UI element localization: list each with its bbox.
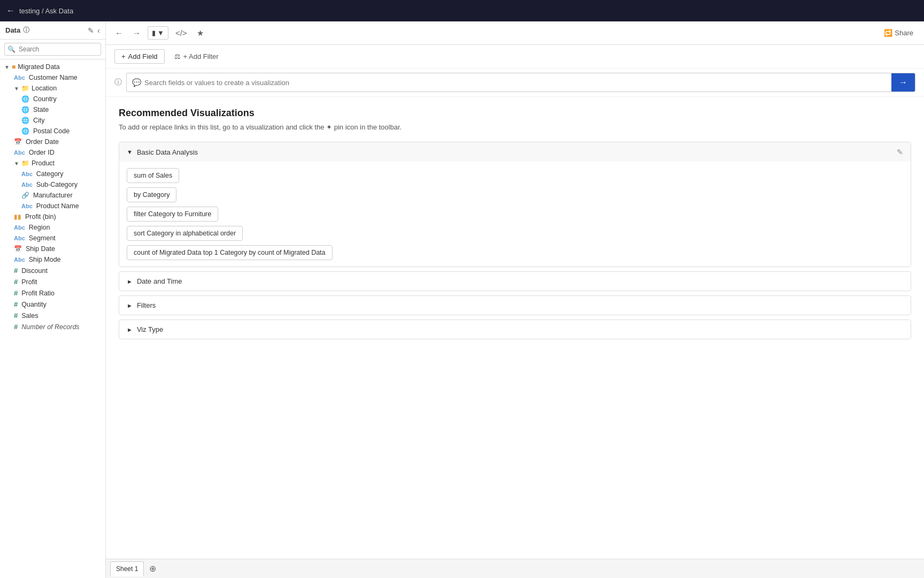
sidebar-item-label: Profit (bin)	[25, 213, 56, 220]
viz-section-filters[interactable]: ► Filters	[119, 295, 911, 315]
hash-icon: #	[14, 289, 18, 297]
calendar-icon: 📅	[14, 138, 22, 146]
sidebar-item-city[interactable]: 🌐 City	[0, 115, 105, 126]
abc-icon: Abc	[14, 224, 25, 231]
hash-icon: #	[14, 300, 18, 308]
add-filter-label: + Add Filter	[183, 52, 219, 60]
sidebar-item-label: State	[33, 106, 49, 113]
search-input[interactable]	[4, 43, 101, 56]
sidebar-item-ship-date[interactable]: 📅 Ship Date	[0, 244, 105, 254]
filter-icon: ⚖	[174, 52, 181, 60]
sidebar-item-label: Order ID	[29, 149, 55, 156]
section-label: Viz Type	[137, 325, 163, 333]
sidebar-item-product-name[interactable]: Abc Product Name	[0, 201, 105, 211]
abc-icon: Abc	[14, 235, 25, 241]
sidebar-item-number-of-records[interactable]: # Number of Records	[0, 321, 105, 332]
chip-count-top1[interactable]: count of Migrated Data top 1 Category by…	[127, 245, 333, 260]
add-field-button[interactable]: + Add Field	[114, 49, 165, 64]
sidebar-item-order-id[interactable]: Abc Order ID	[0, 147, 105, 158]
toolbar-left: ← → ▮ ▼ </> ★	[112, 26, 206, 40]
sidebar-item-state[interactable]: 🌐 State	[0, 104, 105, 115]
sidebar-item-quantity[interactable]: # Quantity	[0, 299, 105, 310]
share-button[interactable]: 🔁 Share	[880, 27, 918, 39]
chip-filter-category[interactable]: filter Category to Furniture	[127, 207, 218, 222]
sidebar-item-label: Segment	[29, 234, 56, 242]
sidebar-item-sub-category[interactable]: Abc Sub-Category	[0, 179, 105, 190]
sidebar-item-label: Product	[32, 159, 55, 167]
action-row: + Add Field ⚖ + Add Filter	[106, 45, 924, 69]
info-icon[interactable]: ⓘ	[23, 26, 29, 35]
globe-icon: 🌐	[21, 106, 29, 113]
code-button[interactable]: </>	[173, 27, 190, 39]
viz-toggle-button[interactable]: ▮ ▼	[148, 26, 168, 40]
sidebar-item-category[interactable]: Abc Category	[0, 169, 105, 179]
sidebar-item-postal-code[interactable]: 🌐 Postal Code	[0, 126, 105, 136]
sidebar-item-profit[interactable]: # Profit	[0, 276, 105, 287]
sidebar-item-profit-ratio[interactable]: # Profit Ratio	[0, 287, 105, 299]
sidebar-item-discount[interactable]: # Discount	[0, 265, 105, 276]
sidebar-item-sales[interactable]: # Sales	[0, 310, 105, 321]
collapse-icon[interactable]: ‹	[97, 26, 100, 35]
calendar-icon: 📅	[14, 245, 22, 253]
add-filter-button[interactable]: ⚖ + Add Filter	[169, 50, 224, 63]
plus-icon: +	[121, 52, 126, 60]
sidebar-item-migrated-data[interactable]: ▼ ■ Migrated Data	[0, 62, 105, 72]
sidebar-item-location[interactable]: ▼ 📁 Location	[0, 83, 105, 94]
viz-section-header-basic[interactable]: ▼ Basic Data Analysis ✎	[119, 142, 911, 162]
info-circle-icon[interactable]: ⓘ	[114, 78, 122, 87]
sidebar: Data ⓘ ✎ ‹ 🔍 ▼ ■ Migrated Data	[0, 21, 106, 578]
sidebar-item-label: Quantity	[21, 301, 47, 308]
chevron-down-icon: ▼	[14, 161, 19, 166]
chip-sort-category[interactable]: sort Category in alphabetical order	[127, 226, 243, 241]
sidebar-item-segment[interactable]: Abc Segment	[0, 233, 105, 244]
chevron-down-icon: ▼	[14, 86, 19, 92]
sidebar-item-label: Product Name	[36, 202, 79, 210]
sidebar-item-country[interactable]: 🌐 Country	[0, 94, 105, 104]
sidebar-header-icons: ✎ ‹	[88, 26, 100, 35]
sidebar-item-label: Sub-Category	[36, 181, 78, 188]
sidebar-item-manufacturer[interactable]: 🔗 Manufacturer	[0, 190, 105, 201]
section-label: Filters	[137, 301, 156, 309]
sidebar-item-label: Postal Code	[33, 127, 70, 135]
edit-icon[interactable]: ✎	[88, 26, 94, 35]
sidebar-item-label: City	[33, 117, 45, 124]
abc-icon: Abc	[21, 203, 33, 209]
chip-sum-of-sales[interactable]: sum of Sales	[127, 168, 179, 183]
pin-icon: ✦	[326, 123, 332, 131]
sidebar-header: Data ⓘ ✎ ‹	[0, 21, 105, 40]
sidebar-item-profit-bin[interactable]: ▮▮ Profit (bin)	[0, 211, 105, 222]
add-field-label: Add Field	[128, 52, 158, 60]
sidebar-item-customer-name[interactable]: Abc Customer Name	[0, 72, 105, 83]
star-button[interactable]: ★	[194, 27, 206, 40]
sidebar-item-label: Migrated Data	[18, 63, 60, 71]
sidebar-item-region[interactable]: Abc Region	[0, 222, 105, 233]
send-button[interactable]: →	[891, 73, 915, 92]
link-icon: 🔗	[21, 192, 29, 199]
sidebar-item-ship-mode[interactable]: Abc Ship Mode	[0, 254, 105, 265]
sidebar-search-container: 🔍	[0, 40, 105, 59]
chevron-down-icon: ▼	[157, 29, 164, 37]
search-bar-row: ⓘ 💬 →	[106, 69, 924, 97]
chevron-down-icon: ▼	[127, 149, 133, 155]
add-tab-button[interactable]: ⊕	[146, 562, 159, 575]
sidebar-item-order-date[interactable]: 📅 Order Date	[0, 136, 105, 147]
viz-search-input[interactable]	[144, 79, 886, 87]
back-button[interactable]: ←	[112, 27, 126, 39]
sidebar-item-product[interactable]: ▼ 📁 Product	[0, 158, 105, 169]
sidebar-item-label: Discount	[21, 267, 48, 275]
sidebar-content: ▼ ■ Migrated Data Abc Customer Name ▼ 📁 …	[0, 59, 105, 578]
edit-pencil-icon[interactable]: ✎	[897, 148, 903, 156]
viz-section-date-time[interactable]: ► Date and Time	[119, 271, 911, 291]
topbar-back-button[interactable]: ←	[6, 6, 15, 16]
sidebar-item-label: Ship Mode	[29, 256, 61, 263]
tab-sheet1[interactable]: Sheet 1	[110, 561, 144, 576]
sidebar-item-label: Customer Name	[29, 74, 78, 81]
forward-button[interactable]: →	[130, 27, 143, 39]
sidebar-item-label: Number of Records	[21, 323, 79, 331]
datasource-icon: ■	[12, 63, 16, 71]
bottom-tab-bar: Sheet 1 ⊕	[106, 559, 924, 578]
viz-section-viz-type[interactable]: ► Viz Type	[119, 320, 911, 339]
chip-by-category[interactable]: by Category	[127, 187, 176, 202]
sidebar-title-label: Data	[5, 26, 20, 34]
sidebar-item-label: Profit Ratio	[21, 290, 55, 297]
